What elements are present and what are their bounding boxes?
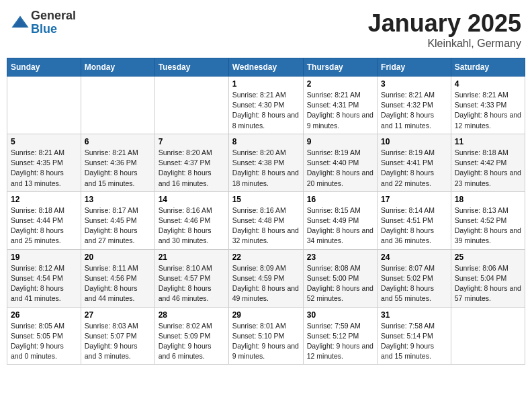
weekday-header: Tuesday — [154, 58, 228, 77]
weekday-header: Thursday — [303, 58, 377, 77]
calendar-day-cell: 8Sunrise: 8:20 AMSunset: 4:38 PMDaylight… — [228, 134, 303, 191]
logo-icon — [11, 13, 30, 32]
day-info: Sunrise: 8:09 AMSunset: 4:59 PMDaylight:… — [232, 263, 300, 304]
logo: General Blue — [11, 9, 76, 36]
calendar-day-cell: 11Sunrise: 8:18 AMSunset: 4:42 PMDayligh… — [451, 134, 525, 191]
day-info: Sunrise: 8:21 AMSunset: 4:33 PMDaylight:… — [455, 90, 521, 131]
day-info: Sunrise: 8:21 AMSunset: 4:31 PMDaylight:… — [307, 90, 373, 131]
weekday-header-row: SundayMondayTuesdayWednesdayThursdayFrid… — [7, 58, 525, 77]
day-number: 26 — [11, 310, 77, 320]
calendar-day-cell: 4Sunrise: 8:21 AMSunset: 4:33 PMDaylight… — [451, 77, 525, 134]
day-number: 27 — [85, 310, 151, 320]
day-number: 29 — [232, 310, 300, 320]
weekday-header: Saturday — [451, 58, 525, 77]
day-info: Sunrise: 8:19 AMSunset: 4:40 PMDaylight:… — [307, 148, 373, 189]
day-info: Sunrise: 8:21 AMSunset: 4:36 PMDaylight:… — [85, 148, 151, 189]
calendar-day-cell: 16Sunrise: 8:15 AMSunset: 4:49 PMDayligh… — [303, 191, 377, 249]
calendar-day-cell: 3Sunrise: 8:21 AMSunset: 4:32 PMDaylight… — [378, 77, 451, 134]
day-number: 5 — [11, 137, 77, 146]
weekday-header: Sunday — [7, 58, 81, 77]
calendar-day-cell: 9Sunrise: 8:19 AMSunset: 4:40 PMDaylight… — [303, 134, 377, 191]
day-info: Sunrise: 8:16 AMSunset: 4:46 PMDaylight:… — [159, 205, 225, 246]
header: General Blue January 2025 Kleinkahl, Ger… — [7, 7, 525, 52]
day-info: Sunrise: 8:21 AMSunset: 4:32 PMDaylight:… — [381, 90, 447, 131]
calendar-day-cell: 10Sunrise: 8:19 AMSunset: 4:41 PMDayligh… — [378, 134, 451, 191]
day-number: 24 — [381, 253, 447, 262]
calendar-day-cell: 21Sunrise: 8:10 AMSunset: 4:57 PMDayligh… — [154, 249, 228, 307]
day-number: 23 — [307, 253, 373, 262]
calendar-week-row: 12Sunrise: 8:18 AMSunset: 4:44 PMDayligh… — [7, 191, 525, 249]
calendar-day-cell: 18Sunrise: 8:13 AMSunset: 4:52 PMDayligh… — [451, 191, 525, 249]
day-number: 12 — [11, 195, 77, 204]
logo-blue: Blue — [31, 23, 76, 36]
day-info: Sunrise: 8:17 AMSunset: 4:45 PMDaylight:… — [85, 205, 151, 246]
calendar-day-cell: 2Sunrise: 8:21 AMSunset: 4:31 PMDaylight… — [303, 77, 377, 134]
day-number: 22 — [232, 253, 300, 262]
day-number: 19 — [11, 253, 77, 262]
weekday-header: Wednesday — [228, 58, 303, 77]
day-info: Sunrise: 8:21 AMSunset: 4:35 PMDaylight:… — [11, 148, 77, 189]
calendar-day-cell: 20Sunrise: 8:11 AMSunset: 4:56 PMDayligh… — [81, 249, 154, 307]
day-info: Sunrise: 8:21 AMSunset: 4:30 PMDaylight:… — [232, 90, 300, 131]
calendar-day-cell: 6Sunrise: 8:21 AMSunset: 4:36 PMDaylight… — [81, 134, 154, 191]
calendar-day-cell — [154, 77, 228, 134]
day-number: 25 — [455, 253, 521, 262]
day-number: 18 — [455, 195, 521, 204]
day-number: 11 — [455, 137, 521, 146]
calendar-day-cell: 14Sunrise: 8:16 AMSunset: 4:46 PMDayligh… — [154, 191, 228, 249]
day-info: Sunrise: 8:13 AMSunset: 4:52 PMDaylight:… — [455, 205, 521, 246]
logo-text: General Blue — [31, 9, 76, 36]
day-info: Sunrise: 7:58 AMSunset: 5:14 PMDaylight:… — [381, 321, 447, 362]
day-number: 17 — [381, 195, 447, 204]
calendar-table: SundayMondayTuesdayWednesdayThursdayFrid… — [7, 58, 525, 365]
day-info: Sunrise: 8:02 AMSunset: 5:09 PMDaylight:… — [159, 321, 225, 362]
day-info: Sunrise: 8:06 AMSunset: 5:04 PMDaylight:… — [455, 263, 521, 304]
calendar-day-cell: 1Sunrise: 8:21 AMSunset: 4:30 PMDaylight… — [228, 77, 303, 134]
day-number: 21 — [159, 253, 225, 262]
day-info: Sunrise: 8:18 AMSunset: 4:42 PMDaylight:… — [455, 148, 521, 189]
day-info: Sunrise: 8:20 AMSunset: 4:37 PMDaylight:… — [159, 148, 225, 189]
day-info: Sunrise: 8:03 AMSunset: 5:07 PMDaylight:… — [85, 321, 151, 362]
day-number: 20 — [85, 253, 151, 262]
calendar-day-cell: 27Sunrise: 8:03 AMSunset: 5:07 PMDayligh… — [81, 307, 154, 365]
day-info: Sunrise: 8:08 AMSunset: 5:00 PMDaylight:… — [307, 263, 373, 304]
day-info: Sunrise: 8:01 AMSunset: 5:10 PMDaylight:… — [232, 321, 300, 362]
day-number: 4 — [455, 79, 521, 89]
day-number: 10 — [381, 137, 447, 146]
day-info: Sunrise: 8:15 AMSunset: 4:49 PMDaylight:… — [307, 205, 373, 246]
day-number: 14 — [159, 195, 225, 204]
calendar-day-cell — [81, 77, 154, 134]
calendar-week-row: 5Sunrise: 8:21 AMSunset: 4:35 PMDaylight… — [7, 134, 525, 191]
calendar-day-cell: 17Sunrise: 8:14 AMSunset: 4:51 PMDayligh… — [378, 191, 451, 249]
calendar-week-row: 19Sunrise: 8:12 AMSunset: 4:54 PMDayligh… — [7, 249, 525, 307]
calendar-day-cell: 31Sunrise: 7:58 AMSunset: 5:14 PMDayligh… — [378, 307, 451, 365]
calendar-day-cell: 25Sunrise: 8:06 AMSunset: 5:04 PMDayligh… — [451, 249, 525, 307]
day-number: 1 — [232, 79, 300, 89]
calendar-day-cell: 22Sunrise: 8:09 AMSunset: 4:59 PMDayligh… — [228, 249, 303, 307]
day-info: Sunrise: 8:12 AMSunset: 4:54 PMDaylight:… — [11, 263, 77, 304]
calendar-day-cell: 12Sunrise: 8:18 AMSunset: 4:44 PMDayligh… — [7, 191, 81, 249]
calendar-day-cell: 5Sunrise: 8:21 AMSunset: 4:35 PMDaylight… — [7, 134, 81, 191]
day-info: Sunrise: 8:20 AMSunset: 4:38 PMDaylight:… — [232, 148, 300, 189]
day-number: 7 — [159, 137, 225, 146]
calendar-day-cell — [7, 77, 81, 134]
day-info: Sunrise: 8:10 AMSunset: 4:57 PMDaylight:… — [159, 263, 225, 304]
day-number: 30 — [307, 310, 373, 320]
day-number: 16 — [307, 195, 373, 204]
calendar-week-row: 1Sunrise: 8:21 AMSunset: 4:30 PMDaylight… — [7, 77, 525, 134]
calendar-subtitle: Kleinkahl, Germany — [368, 38, 521, 50]
calendar-day-cell: 29Sunrise: 8:01 AMSunset: 5:10 PMDayligh… — [228, 307, 303, 365]
day-number: 6 — [85, 137, 151, 146]
day-number: 15 — [232, 195, 300, 204]
day-number: 31 — [381, 310, 447, 320]
calendar-day-cell: 24Sunrise: 8:07 AMSunset: 5:02 PMDayligh… — [378, 249, 451, 307]
day-info: Sunrise: 8:14 AMSunset: 4:51 PMDaylight:… — [381, 205, 447, 246]
day-info: Sunrise: 8:16 AMSunset: 4:48 PMDaylight:… — [232, 205, 300, 246]
calendar-day-cell: 28Sunrise: 8:02 AMSunset: 5:09 PMDayligh… — [154, 307, 228, 365]
day-info: Sunrise: 8:18 AMSunset: 4:44 PMDaylight:… — [11, 205, 77, 246]
day-info: Sunrise: 8:05 AMSunset: 5:05 PMDaylight:… — [11, 321, 77, 362]
day-number: 9 — [307, 137, 373, 146]
day-info: Sunrise: 8:11 AMSunset: 4:56 PMDaylight:… — [85, 263, 151, 304]
calendar-day-cell: 23Sunrise: 8:08 AMSunset: 5:00 PMDayligh… — [303, 249, 377, 307]
calendar-day-cell: 15Sunrise: 8:16 AMSunset: 4:48 PMDayligh… — [228, 191, 303, 249]
